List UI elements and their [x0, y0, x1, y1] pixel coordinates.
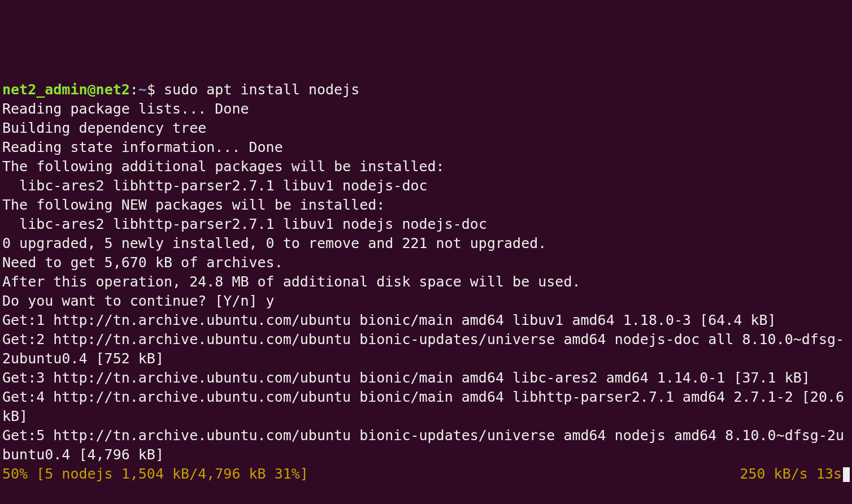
output-line: Need to get 5,670 kB of archives.: [2, 253, 850, 272]
output-line: After this operation, 24.8 MB of additio…: [2, 272, 850, 292]
output-line: libc-ares2 libhttp-parser2.7.1 libuv1 no…: [2, 215, 850, 234]
output-line: The following NEW packages will be insta…: [2, 195, 850, 215]
cursor: [843, 467, 850, 482]
prompt-colon: :: [130, 81, 138, 98]
progress-right: 250 kB/s 13s: [740, 464, 850, 484]
output-line: Get:2 http://tn.archive.ubuntu.com/ubunt…: [2, 330, 850, 368]
progress-speed-eta: 250 kB/s 13s: [740, 466, 842, 482]
prompt-at: @: [88, 81, 96, 98]
terminal-window[interactable]: net2_admin@net2:~$ sudo apt install node…: [2, 80, 850, 484]
progress-left: 50% [5 nodejs 1,504 kB/4,796 kB 31%]: [2, 464, 308, 484]
command-input[interactable]: sudo apt install nodejs: [164, 81, 359, 98]
output-line: Get:5 http://tn.archive.ubuntu.com/ubunt…: [2, 426, 850, 464]
prompt-line: net2_admin@net2:~$ sudo apt install node…: [2, 80, 850, 99]
prompt-dollar: $: [147, 81, 155, 98]
output-line: Get:1 http://tn.archive.ubuntu.com/ubunt…: [2, 311, 850, 330]
output-line: Reading state information... Done: [2, 138, 850, 157]
output-line: Building dependency tree: [2, 119, 850, 138]
output-line: Get:4 http://tn.archive.ubuntu.com/ubunt…: [2, 388, 850, 426]
output-line: Reading package lists... Done: [2, 99, 850, 119]
output-line: Do you want to continue? [Y/n] y: [2, 292, 850, 311]
prompt-path: ~: [138, 81, 147, 98]
output-line: libc-ares2 libhttp-parser2.7.1 libuv1 no…: [2, 176, 850, 195]
prompt-host: net2: [96, 81, 130, 98]
output-line: Get:3 http://tn.archive.ubuntu.com/ubunt…: [2, 368, 850, 388]
prompt-user: net2_admin: [2, 81, 88, 98]
progress-line: 50% [5 nodejs 1,504 kB/4,796 kB 31%]250 …: [2, 464, 850, 484]
output-line: 0 upgraded, 5 newly installed, 0 to remo…: [2, 234, 850, 253]
output-line: The following additional packages will b…: [2, 157, 850, 176]
